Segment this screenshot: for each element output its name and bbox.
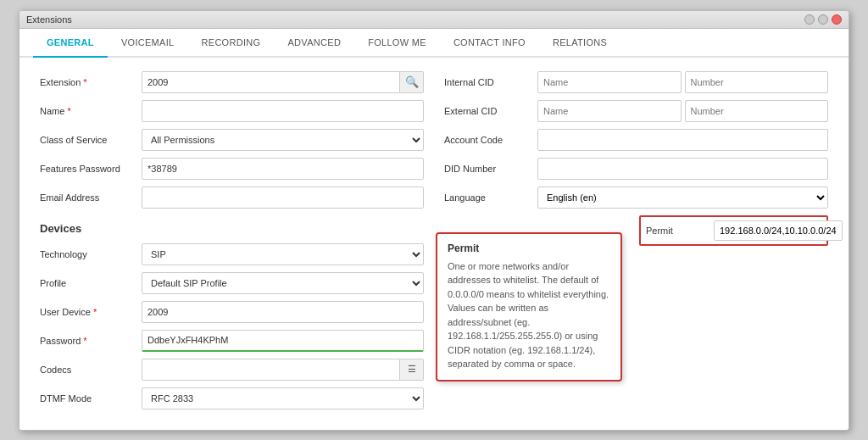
extension-input[interactable] [142, 71, 400, 93]
internal-cid-row: Internal CID [444, 71, 828, 93]
user-device-row: User Device [40, 301, 424, 323]
extension-search-button[interactable]: 🔍 [400, 71, 424, 93]
permit-row-highlighted: Permit [639, 215, 828, 246]
permit-input[interactable] [714, 220, 843, 241]
language-row: Language English (en) [444, 187, 828, 209]
profile-row: Profile Default SIP Profile [40, 272, 424, 294]
extension-row: Extension 🔍 [40, 71, 424, 93]
features-input[interactable] [142, 158, 424, 180]
extension-input-group: 🔍 [142, 71, 424, 93]
email-label: Email Address [40, 192, 142, 203]
external-cid-number-input[interactable] [685, 100, 829, 122]
close-button[interactable] [832, 14, 842, 25]
permit-tooltip-area: Permit One or more networks and/or addre… [444, 215, 828, 246]
devices-section-title: Devices [40, 222, 424, 235]
tab-advanced[interactable]: ADVANCED [274, 29, 354, 58]
profile-label: Profile [40, 278, 142, 288]
account-code-input[interactable] [537, 129, 828, 151]
cos-row: Class of Service All Permissions [40, 129, 424, 151]
permit-tooltip: Permit One or more networks and/or addre… [436, 232, 622, 382]
cos-label: Class of Service [40, 135, 142, 145]
name-row: Name [40, 100, 424, 122]
tabs-bar: GENERAL VOICEMAIL RECORDING ADVANCED FOL… [19, 29, 849, 58]
title-bar-buttons [804, 14, 842, 25]
extension-label: Extension [40, 77, 142, 87]
external-cid-label: External CID [444, 106, 537, 116]
list-icon: ☰ [408, 364, 416, 375]
minimize-button[interactable] [804, 14, 815, 25]
right-column: Internal CID External CID Account Code [444, 71, 828, 416]
did-number-label: DID Number [444, 164, 537, 174]
dtmf-label: DTMF Mode [40, 393, 142, 404]
password-label: Password [40, 336, 142, 346]
maximize-button[interactable] [818, 14, 828, 25]
left-column: Extension 🔍 Name Class of Service All Pe… [40, 71, 424, 416]
internal-cid-number-input[interactable] [685, 71, 829, 93]
password-input[interactable] [142, 330, 424, 352]
codecs-input[interactable] [142, 359, 400, 381]
tab-voicemail[interactable]: VOICEMAIL [108, 29, 188, 58]
codecs-list-button[interactable]: ☰ [400, 359, 424, 381]
title-bar-left: Extensions [26, 14, 72, 25]
technology-select[interactable]: SIP [142, 243, 424, 265]
codecs-input-group: ☰ [142, 359, 424, 381]
internal-cid-label: Internal CID [444, 77, 537, 87]
email-input[interactable] [142, 187, 424, 209]
user-device-input[interactable] [142, 301, 424, 323]
features-label: Features Password [40, 164, 142, 174]
tab-recording[interactable]: RECORDING [188, 29, 275, 58]
tab-contact-info[interactable]: CONTACT INFO [440, 29, 539, 58]
tab-general[interactable]: GENERAL [33, 29, 108, 58]
window-title: Extensions [26, 14, 72, 25]
content-area: Extension 🔍 Name Class of Service All Pe… [19, 58, 849, 430]
codecs-label: Codecs [40, 365, 142, 375]
did-number-input[interactable] [537, 158, 828, 180]
tooltip-text: One or more networks and/or addresses to… [448, 259, 610, 371]
password-row: Password [40, 330, 424, 352]
features-row: Features Password [40, 158, 424, 180]
extensions-window: Extensions GENERAL VOICEMAIL RECORDING A… [19, 10, 849, 431]
dtmf-row: DTMF Mode RFC 2833 [40, 387, 424, 409]
search-icon: 🔍 [405, 75, 419, 88]
internal-cid-group [537, 71, 828, 93]
external-cid-group [537, 100, 828, 122]
language-label: Language [444, 192, 537, 203]
tooltip-title: Permit [448, 242, 610, 254]
account-code-label: Account Code [444, 135, 537, 145]
technology-row: Technology SIP [40, 243, 424, 265]
permit-label: Permit [646, 226, 714, 236]
external-cid-row: External CID [444, 100, 828, 122]
name-input[interactable] [142, 100, 424, 122]
internal-cid-name-input[interactable] [537, 71, 682, 93]
cos-select[interactable]: All Permissions [142, 129, 424, 151]
tab-relations[interactable]: RELATIONS [539, 29, 620, 58]
profile-select[interactable]: Default SIP Profile [142, 272, 424, 294]
tab-follow-me[interactable]: FOLLOW ME [354, 29, 440, 58]
title-bar: Extensions [19, 11, 849, 29]
codecs-row: Codecs ☰ [40, 359, 424, 381]
user-device-label: User Device [40, 307, 142, 317]
dtmf-select[interactable]: RFC 2833 [142, 387, 424, 409]
account-code-row: Account Code [444, 129, 828, 151]
did-number-row: DID Number [444, 158, 828, 180]
email-row: Email Address [40, 187, 424, 209]
language-select[interactable]: English (en) [537, 187, 828, 209]
name-label: Name [40, 106, 142, 116]
technology-label: Technology [40, 249, 142, 259]
external-cid-name-input[interactable] [537, 100, 682, 122]
